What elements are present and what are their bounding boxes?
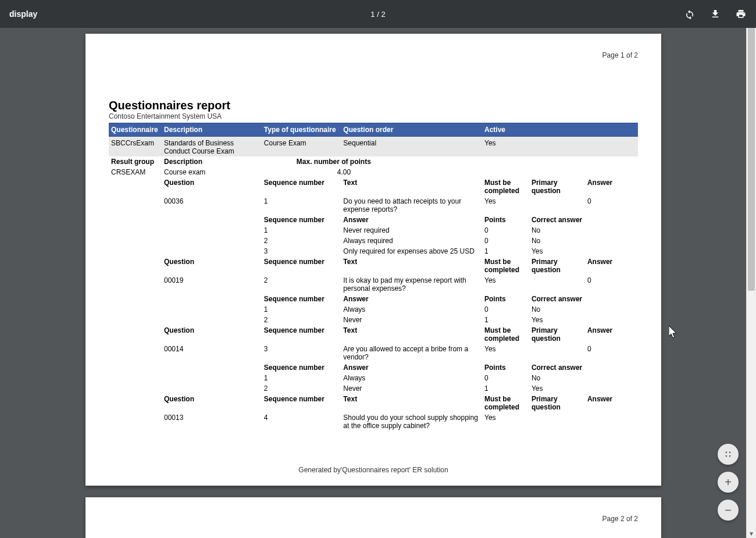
fit-icon bbox=[723, 450, 733, 459]
lbl-answer: Answer bbox=[585, 394, 638, 412]
document-viewer[interactable]: Page 1 of 2 Questionnaires report Contos… bbox=[0, 28, 747, 538]
lbl-primary-q: Primary question bbox=[529, 394, 585, 412]
vertical-scrollbar[interactable]: ▲ ▼ bbox=[746, 0, 756, 538]
question-row: 000192It is okay to pad my expense repor… bbox=[109, 275, 638, 294]
questionnaire-desc: Standards of Business Conduct Course Exa… bbox=[162, 137, 262, 157]
questionnaire-id: SBCCrsExam bbox=[109, 137, 162, 157]
lbl-ans-text: Answer bbox=[341, 215, 482, 225]
lbl-seq: Sequence number bbox=[262, 256, 341, 275]
answer-correct: Yes bbox=[529, 315, 638, 325]
lbl-must-complete: Must be completed bbox=[482, 394, 529, 412]
question-row: 000134Should you do your school supply s… bbox=[109, 412, 638, 431]
questionnaire-row: SBCCrsExam Standards of Business Conduct… bbox=[109, 137, 638, 157]
answer-seq: 1 bbox=[262, 225, 341, 236]
question-row: 000361Do you need to attach receipts to … bbox=[109, 196, 638, 215]
answer-text: Always bbox=[341, 373, 482, 383]
answers-header-row: Sequence numberAnswerPointsCorrect answe… bbox=[109, 294, 638, 304]
answer-correct: Yes bbox=[529, 383, 638, 394]
answer-seq: 1 bbox=[262, 373, 341, 383]
question-answer: 0 bbox=[585, 344, 638, 362]
plus-icon: + bbox=[725, 476, 732, 489]
question-text: It is okay to pad my expense report with… bbox=[341, 275, 482, 294]
lbl-max-points: Max. number of points bbox=[262, 156, 482, 167]
answer-correct: No bbox=[529, 225, 638, 236]
question-id: 00036 bbox=[162, 196, 262, 215]
generated-by-footer: Generated by'Questionnaires report' ER s… bbox=[109, 466, 638, 474]
lbl-seq: Sequence number bbox=[262, 394, 341, 412]
print-button[interactable] bbox=[735, 8, 747, 20]
lbl-question: Question bbox=[162, 325, 262, 344]
answer-text: Only required for expenses above 25 USD bbox=[341, 246, 482, 256]
table-header-row: Questionnaire Description Type of questi… bbox=[109, 123, 638, 137]
lbl-ans-seq: Sequence number bbox=[262, 362, 341, 373]
lbl-text: Text bbox=[341, 256, 482, 275]
question-primary bbox=[529, 196, 585, 215]
report-table: Questionnaire Description Type of questi… bbox=[109, 123, 638, 431]
page-2: Page 2 of 2 bbox=[85, 497, 661, 538]
col-active: Active bbox=[482, 123, 638, 137]
question-primary bbox=[529, 344, 585, 362]
page-indicator: 1 / 2 bbox=[370, 10, 385, 19]
scroll-down-arrow[interactable]: ▼ bbox=[747, 529, 756, 538]
lbl-question: Question bbox=[162, 177, 262, 196]
lbl-seq: Sequence number bbox=[262, 325, 341, 344]
zoom-controls: + − bbox=[718, 444, 739, 521]
question-id: 00014 bbox=[162, 344, 262, 362]
scrollbar-thumb[interactable] bbox=[748, 12, 755, 291]
answer-points: 1 bbox=[482, 383, 529, 394]
zoom-out-button[interactable]: − bbox=[718, 500, 739, 521]
download-button[interactable] bbox=[709, 8, 721, 20]
question-header-row: QuestionSequence numberTextMust be compl… bbox=[109, 256, 638, 275]
minus-icon: − bbox=[725, 504, 732, 517]
answer-points: 0 bbox=[482, 373, 529, 383]
result-group-row: CRSEXAM Course exam 4.00 bbox=[109, 167, 638, 177]
answer-points: 1 bbox=[482, 246, 529, 256]
lbl-primary-q: Primary question bbox=[529, 177, 585, 196]
lbl-text: Text bbox=[341, 325, 482, 344]
lbl-answer: Answer bbox=[585, 256, 638, 275]
question-header-row: QuestionSequence numberTextMust be compl… bbox=[109, 394, 638, 412]
lbl-primary-q: Primary question bbox=[529, 256, 585, 275]
lbl-result-group: Result group bbox=[109, 156, 162, 167]
print-icon bbox=[736, 9, 746, 19]
lbl-answer: Answer bbox=[585, 177, 638, 196]
col-type: Type of questionnaire bbox=[262, 123, 341, 137]
rotate-button[interactable] bbox=[684, 8, 696, 20]
col-questionnaire: Questionnaire bbox=[109, 123, 162, 137]
answers-header-row: Sequence numberAnswerPointsCorrect answe… bbox=[109, 362, 638, 373]
answer-row: 3Only required for expenses above 25 USD… bbox=[109, 246, 638, 256]
lbl-seq: Sequence number bbox=[262, 177, 341, 196]
question-answer bbox=[585, 412, 638, 431]
lbl-points: Points bbox=[482, 362, 529, 373]
question-text: Are you allowed to accept a bribe from a… bbox=[341, 344, 482, 362]
answer-text: Never bbox=[341, 383, 482, 394]
col-description: Description bbox=[162, 123, 262, 137]
answer-correct: No bbox=[529, 236, 638, 246]
lbl-question: Question bbox=[162, 394, 262, 412]
question-seq: 3 bbox=[262, 344, 341, 362]
lbl-ans-seq: Sequence number bbox=[262, 215, 341, 225]
fit-page-button[interactable] bbox=[718, 444, 739, 465]
page-number-label: Page 2 of 2 bbox=[602, 515, 638, 523]
toolbar-actions bbox=[684, 8, 747, 20]
answer-seq: 2 bbox=[262, 315, 341, 325]
rg-id: CRSEXAM bbox=[109, 167, 162, 177]
answer-row: 2Never1Yes bbox=[109, 383, 638, 394]
answer-seq: 1 bbox=[262, 304, 341, 315]
question-must-complete: Yes bbox=[482, 412, 529, 431]
answer-row: 1Always0No bbox=[109, 373, 638, 383]
rotate-icon bbox=[684, 9, 695, 19]
question-row: 000143Are you allowed to accept a bribe … bbox=[109, 344, 638, 362]
zoom-in-button[interactable]: + bbox=[718, 472, 739, 493]
answer-text: Always bbox=[341, 304, 482, 315]
question-id: 00013 bbox=[162, 412, 262, 431]
question-seq: 2 bbox=[262, 275, 341, 294]
lbl-ans-text: Answer bbox=[341, 362, 482, 373]
questionnaire-active: Yes bbox=[482, 137, 638, 157]
report-subtitle: Contoso Entertainment System USA bbox=[109, 112, 638, 120]
answer-text: Never bbox=[341, 315, 482, 325]
lbl-points: Points bbox=[482, 215, 529, 225]
answer-seq: 2 bbox=[262, 383, 341, 394]
question-text: Should you do your school supply shoppin… bbox=[341, 412, 482, 431]
question-must-complete: Yes bbox=[482, 344, 529, 362]
